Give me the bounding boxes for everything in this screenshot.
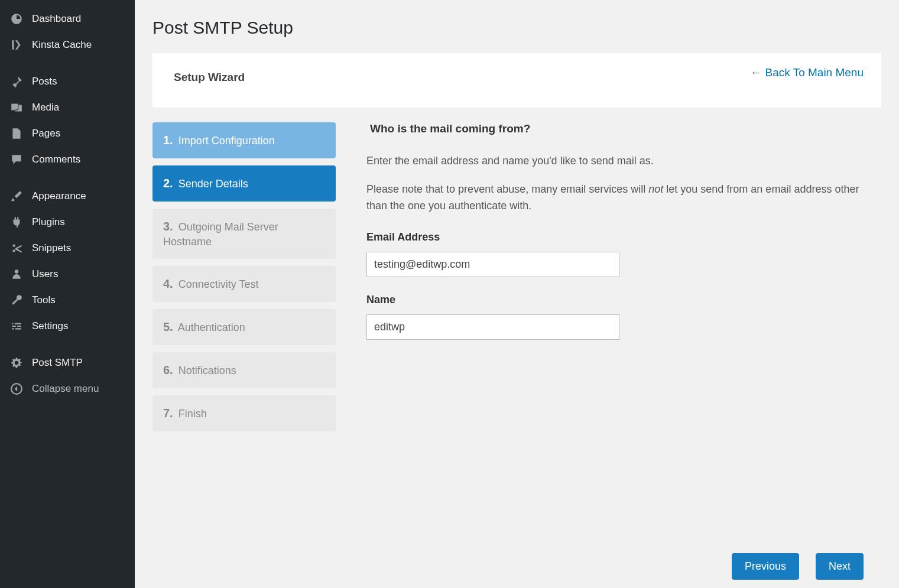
sidebar-item-comments[interactable]: Comments [0, 147, 135, 173]
sidebar-item-users[interactable]: Users [0, 261, 135, 287]
sidebar-item-post-smtp[interactable]: Post SMTP [0, 350, 135, 376]
email-label: Email Address [366, 231, 864, 243]
sidebar-item-label: Plugins [32, 216, 65, 228]
settings-icon [9, 319, 24, 333]
sidebar-item-label: Kinsta Cache [32, 39, 92, 51]
dashboard-icon [9, 12, 24, 26]
sidebar-item-settings[interactable]: Settings [0, 313, 135, 339]
name-label: Name [366, 294, 864, 306]
sidebar-item-label: Pages [32, 128, 60, 139]
sidebar-item-label: Posts [32, 76, 57, 87]
sidebar-item-label: Dashboard [32, 13, 81, 25]
page-title: Post SMTP Setup [152, 18, 881, 38]
pages-icon [9, 126, 24, 141]
step-sender-details[interactable]: 2. Sender Details [152, 165, 336, 202]
collapse-icon [9, 382, 24, 396]
sidebar-item-pages[interactable]: Pages [0, 121, 135, 147]
wizard-body: 1. Import Configuration 2. Sender Detail… [152, 122, 881, 541]
pin-icon [9, 74, 24, 89]
step-notifications[interactable]: 6. Notifications [152, 352, 336, 388]
arrow-left-icon: ← [750, 66, 761, 79]
sidebar-item-label: Collapse menu [32, 383, 99, 395]
step-outgoing-mail-server[interactable]: 3. Outgoing Mail Server Hostname [152, 209, 336, 259]
previous-button[interactable]: Previous [732, 553, 799, 580]
step-authentication[interactable]: 5. Authentication [152, 309, 336, 345]
sidebar-item-kinsta-cache[interactable]: Kinsta Cache [0, 32, 135, 58]
brush-icon [9, 189, 24, 203]
user-icon [9, 267, 24, 281]
sidebar-item-label: Appearance [32, 190, 86, 202]
sidebar-item-plugins[interactable]: Plugins [0, 209, 135, 235]
step-connectivity-test[interactable]: 4. Connectivity Test [152, 266, 336, 302]
media-icon [9, 100, 24, 115]
wizard-steps: 1. Import Configuration 2. Sender Detail… [152, 122, 336, 541]
sidebar-item-label: Tools [32, 294, 56, 306]
sidebar-item-label: Users [32, 268, 58, 280]
step-question: Who is the mail coming from? [366, 122, 864, 135]
sidebar-item-label: Post SMTP [32, 357, 83, 369]
sidebar-item-label: Comments [32, 154, 80, 165]
sidebar-item-dashboard[interactable]: Dashboard [0, 6, 135, 32]
comments-icon [9, 152, 24, 167]
sidebar-item-posts[interactable]: Posts [0, 69, 135, 95]
step-finish[interactable]: 7. Finish [152, 395, 336, 431]
wrench-icon [9, 293, 24, 307]
sidebar-item-appearance[interactable]: Appearance [0, 183, 135, 209]
step-description-1: Enter the email address and name you'd l… [366, 153, 864, 170]
plug-icon [9, 215, 24, 229]
sidebar-item-snippets[interactable]: Snippets [0, 235, 135, 261]
sidebar-item-label: Settings [32, 320, 68, 332]
sidebar-item-media[interactable]: Media [0, 95, 135, 121]
sidebar-item-label: Media [32, 102, 59, 113]
back-to-main-link[interactable]: ←Back To Main Menu [750, 66, 864, 79]
scissors-icon [9, 241, 24, 255]
gear-icon [9, 356, 24, 370]
kinsta-icon [9, 38, 24, 52]
wizard-header-card: ←Back To Main Menu Setup Wizard [152, 53, 881, 108]
email-field[interactable] [366, 252, 619, 277]
sidebar-item-tools[interactable]: Tools [0, 287, 135, 313]
name-field[interactable] [366, 314, 619, 340]
sidebar-item-collapse[interactable]: Collapse menu [0, 376, 135, 402]
step-import-configuration[interactable]: 1. Import Configuration [152, 122, 336, 158]
main-content: Post SMTP Setup ←Back To Main Menu Setup… [135, 0, 899, 588]
wizard-footer: Previous Next [152, 541, 881, 588]
admin-sidebar: Dashboard Kinsta Cache Posts Media Pages… [0, 0, 135, 588]
step-content: Who is the mail coming from? Enter the e… [366, 122, 881, 541]
sidebar-item-label: Snippets [32, 242, 71, 254]
step-description-2: Please note that to prevent abuse, many … [366, 181, 864, 215]
next-button[interactable]: Next [816, 553, 864, 580]
